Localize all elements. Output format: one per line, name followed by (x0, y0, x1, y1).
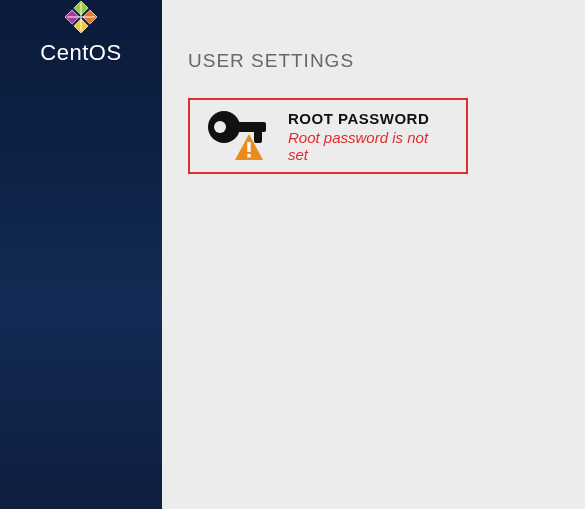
centos-logo-icon (54, 0, 108, 34)
root-password-title: ROOT PASSWORD (288, 110, 450, 127)
root-password-icon-group (206, 109, 270, 163)
svg-point-9 (214, 121, 226, 133)
main-content: USER SETTINGS ROOT PASSWORD Root passwor… (162, 0, 585, 509)
section-title-user-settings: USER SETTINGS (188, 50, 559, 72)
svg-rect-11 (247, 154, 250, 157)
brand-text: CentOS (0, 40, 162, 66)
root-password-status: Root password is not set (288, 129, 450, 163)
logo-group: CentOS (0, 0, 162, 66)
sidebar: CentOS (0, 0, 162, 509)
warning-icon (234, 133, 264, 161)
svg-rect-10 (247, 142, 250, 152)
root-password-text: ROOT PASSWORD Root password is not set (288, 110, 450, 163)
root-password-spoke[interactable]: ROOT PASSWORD Root password is not set (188, 98, 468, 174)
